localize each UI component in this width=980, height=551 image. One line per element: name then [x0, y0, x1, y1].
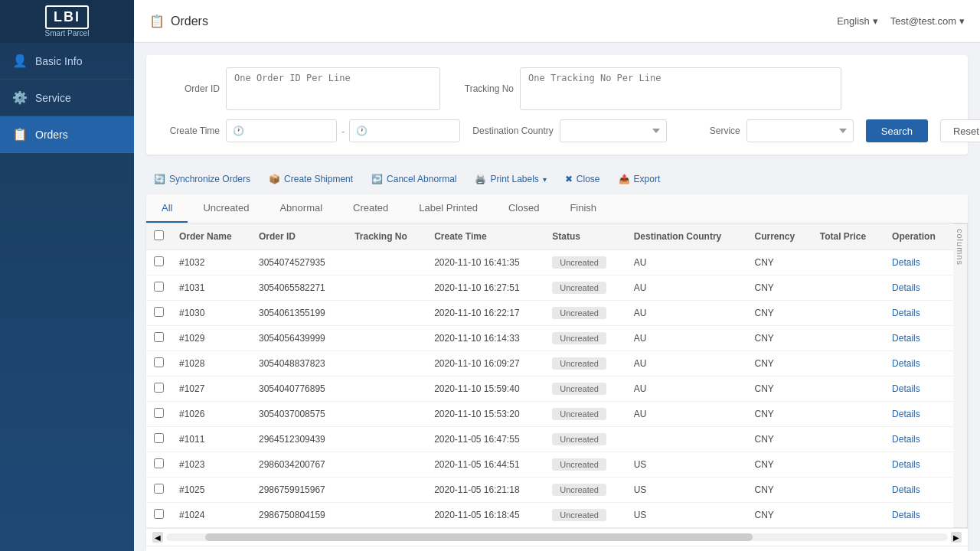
- row-create-time: 2020-11-05 16:44:51: [426, 452, 544, 478]
- user-menu[interactable]: Test@test.com ▾: [890, 15, 965, 27]
- table-row: #1011 2964512309439 2020-11-05 16:47:55 …: [146, 427, 953, 452]
- details-link[interactable]: Details: [892, 282, 920, 293]
- print-labels-label: Print Labels: [490, 174, 538, 184]
- status-badge: Uncreated: [552, 484, 606, 496]
- status-badge: Uncreated: [552, 458, 606, 471]
- row-operation: Details: [884, 351, 953, 377]
- language-selector[interactable]: English ▾: [837, 15, 878, 27]
- chevron-down-icon: ▾: [873, 15, 878, 27]
- reset-button[interactable]: Reset: [940, 119, 980, 142]
- content-area: Order ID Tracking No Create Time 🕐 -: [134, 43, 980, 551]
- details-link[interactable]: Details: [892, 484, 920, 495]
- row-order-name: #1024: [172, 503, 251, 528]
- select-all-checkbox[interactable]: [154, 230, 164, 240]
- details-link[interactable]: Details: [892, 333, 920, 344]
- sidebar: LBI Smart Parcel 👤 Basic Info ⚙️ Service…: [0, 0, 134, 551]
- scroll-track[interactable]: [166, 530, 948, 544]
- row-status: Uncreated: [544, 402, 626, 427]
- destination-country-select[interactable]: [560, 119, 667, 142]
- order-id-input[interactable]: [226, 67, 440, 110]
- row-tracking-no: [347, 478, 426, 503]
- details-link[interactable]: Details: [892, 409, 920, 419]
- row-total-price: [812, 351, 884, 377]
- row-checkbox[interactable]: [154, 357, 164, 367]
- search-button[interactable]: Search: [866, 119, 928, 142]
- row-checkbox[interactable]: [154, 433, 164, 443]
- table-row: #1025 2986759915967 2020-11-05 16:21:18 …: [146, 478, 953, 503]
- row-order-id: 2986034200767: [251, 452, 347, 478]
- create-shipment-icon: 📦: [269, 174, 280, 184]
- row-create-time: 2020-11-10 16:41:35: [426, 250, 544, 276]
- tab-abnormal[interactable]: Abnormal: [264, 194, 338, 223]
- row-status: Uncreated: [544, 377, 626, 402]
- row-checkbox-cell: [146, 250, 172, 276]
- tracking-no-label: Tracking No: [452, 83, 514, 94]
- row-currency: CNY: [747, 503, 812, 528]
- tab-created[interactable]: Created: [338, 194, 403, 223]
- row-destination-country: AU: [626, 250, 747, 276]
- row-checkbox[interactable]: [154, 408, 164, 418]
- sidebar-item-basic-info[interactable]: 👤 Basic Info: [0, 43, 134, 80]
- sync-orders-button[interactable]: 🔄 Synchronize Orders: [146, 170, 258, 188]
- header: 📋 Orders English ▾ Test@test.com ▾: [134, 0, 980, 43]
- row-order-id: 3054048837823: [251, 351, 347, 377]
- details-link[interactable]: Details: [892, 308, 920, 318]
- service-label: Service: [679, 126, 740, 136]
- row-checkbox[interactable]: [154, 383, 164, 393]
- th-status: Status: [544, 223, 626, 250]
- details-link[interactable]: Details: [892, 434, 920, 445]
- order-id-label: Order ID: [158, 83, 220, 94]
- logo-text: LBI: [54, 9, 80, 24]
- status-badge: Uncreated: [552, 383, 606, 395]
- cancel-abnormal-button[interactable]: ↩️ Cancel Abnormal: [364, 170, 464, 188]
- tab-uncreated[interactable]: Uncreated: [188, 194, 264, 223]
- sidebar-logo: LBI Smart Parcel: [0, 0, 134, 43]
- close-button[interactable]: ✖ Close: [557, 170, 608, 188]
- row-status: Uncreated: [544, 427, 626, 452]
- table-row: #1028 3054048837823 2020-11-10 16:09:27 …: [146, 351, 953, 377]
- service-select[interactable]: [746, 119, 854, 142]
- row-total-price: [812, 478, 884, 503]
- columns-toggle[interactable]: columns: [953, 223, 968, 528]
- sidebar-item-service[interactable]: ⚙️ Service: [0, 80, 134, 116]
- print-labels-button[interactable]: 🖨️ Print Labels ▾: [467, 170, 554, 188]
- row-checkbox[interactable]: [154, 282, 164, 292]
- details-link[interactable]: Details: [892, 257, 920, 268]
- sidebar-item-orders[interactable]: 📋 Orders: [0, 116, 134, 153]
- details-link[interactable]: Details: [892, 383, 920, 394]
- date-end-input[interactable]: 🕐: [349, 119, 460, 142]
- chevron-down-icon: ▾: [959, 15, 965, 27]
- scroll-left-arrow[interactable]: ◀: [152, 532, 163, 543]
- row-create-time: 2020-11-10 15:59:40: [426, 377, 544, 402]
- header-left: 📋 Orders: [149, 14, 208, 28]
- scroll-right-arrow[interactable]: ▶: [951, 532, 962, 543]
- row-total-price: [812, 452, 884, 478]
- details-link[interactable]: Details: [892, 358, 920, 369]
- tab-finish[interactable]: Finish: [554, 194, 612, 223]
- destination-country-label: Destination Country: [472, 126, 553, 136]
- row-checkbox[interactable]: [154, 307, 164, 317]
- date-start-input[interactable]: 🕐: [226, 119, 337, 142]
- details-link[interactable]: Details: [892, 459, 920, 470]
- details-link[interactable]: Details: [892, 510, 920, 520]
- tab-all[interactable]: All: [146, 194, 188, 223]
- table-container: Order Name Order ID Tracking No Create T…: [146, 223, 968, 528]
- row-checkbox-cell: [146, 276, 172, 301]
- tab-closed[interactable]: Closed: [493, 194, 554, 223]
- row-order-name: #1023: [172, 452, 251, 478]
- tab-label-printed[interactable]: Label Printed: [403, 194, 493, 223]
- row-checkbox[interactable]: [154, 332, 164, 342]
- tracking-no-input[interactable]: [520, 67, 841, 110]
- status-badge: Uncreated: [552, 282, 606, 294]
- row-checkbox[interactable]: [154, 458, 164, 468]
- create-shipment-button[interactable]: 📦 Create Shipment: [261, 170, 361, 188]
- row-destination-country: AU: [626, 301, 747, 326]
- export-button[interactable]: 📤 Export: [611, 170, 668, 188]
- row-checkbox[interactable]: [154, 484, 164, 494]
- row-checkbox[interactable]: [154, 256, 164, 266]
- table-card: All Uncreated Abnormal Created Label Pri…: [146, 194, 968, 551]
- row-checkbox[interactable]: [154, 509, 164, 519]
- row-operation: Details: [884, 427, 953, 452]
- horizontal-scrollbar[interactable]: ◀ ▶: [146, 528, 968, 546]
- row-create-time: 2020-11-05 16:21:18: [426, 478, 544, 503]
